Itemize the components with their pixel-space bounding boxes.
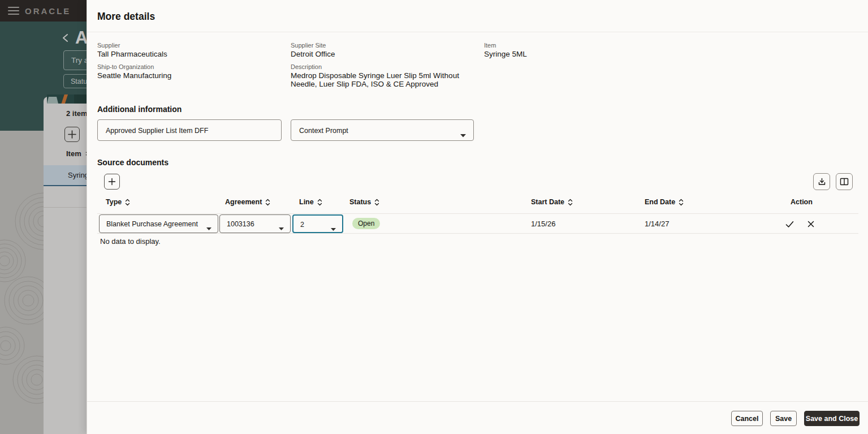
field-value: Tall Pharmaceuticals: [97, 50, 167, 59]
screen: A Try a Status: [0, 0, 868, 434]
dff-input-label: Approved Supplier List Item DFF: [106, 127, 208, 135]
column-header-start-date[interactable]: Start Date: [531, 198, 573, 206]
field-label: Item: [484, 42, 527, 49]
field-label: Description: [291, 63, 473, 70]
field-description: Description Medrop Disposable Syringe Lu…: [291, 63, 473, 88]
chevron-down-icon: [279, 223, 284, 233]
field-value: Seattle Manufacturing: [97, 72, 171, 80]
status-badge: Open: [352, 218, 380, 229]
modal-scrim[interactable]: [0, 0, 87, 434]
footer-divider: [87, 401, 868, 402]
field-value: Syringe 5ML: [484, 50, 527, 59]
empty-table-message: No data to display.: [100, 237, 161, 246]
line-select[interactable]: 2: [292, 214, 343, 233]
field-item: Item Syringe 5ML: [484, 42, 527, 59]
check-icon: [785, 221, 794, 228]
close-icon: [807, 221, 814, 227]
field-value: Medrop Disposable Syringe Luer Slip 5ml …: [291, 72, 473, 88]
field-supplier: Supplier Tall Pharmaceuticals: [97, 42, 167, 59]
agreement-select[interactable]: 1003136: [219, 214, 291, 233]
chevron-down-icon: [460, 130, 466, 140]
additional-information-heading: Additional information: [97, 105, 182, 114]
source-documents-heading: Source documents: [97, 158, 169, 167]
cancel-row-button[interactable]: [806, 219, 816, 229]
add-source-document-button[interactable]: [104, 174, 120, 190]
manage-columns-button[interactable]: [836, 173, 853, 190]
column-header-line[interactable]: Line: [299, 198, 322, 206]
dff-input[interactable]: Approved Supplier List Item DFF: [97, 119, 282, 141]
cancel-button[interactable]: Cancel: [731, 411, 763, 426]
save-and-close-button[interactable]: Save and Close: [804, 411, 860, 426]
drawer-title: More details: [97, 11, 155, 23]
save-button[interactable]: Save: [770, 411, 797, 426]
header-divider: [87, 32, 868, 32]
column-header-end-date[interactable]: End Date: [645, 198, 684, 206]
end-date-value: 1/14/27: [645, 220, 669, 228]
field-label: Supplier Site: [291, 42, 335, 49]
chevron-down-icon: [206, 223, 211, 233]
more-details-drawer: More details Supplier Tall Pharmaceutica…: [87, 0, 868, 434]
column-header-agreement[interactable]: Agreement: [225, 198, 270, 206]
context-prompt-value: Context Prompt: [299, 127, 348, 135]
plus-icon: [107, 177, 116, 186]
context-prompt-select[interactable]: Context Prompt: [291, 119, 474, 141]
field-supplier-site: Supplier Site Detroit Office: [291, 42, 335, 59]
column-header-action: Action: [791, 198, 813, 206]
sort-icon: [125, 199, 130, 206]
background-page: A Try a Status: [0, 0, 87, 434]
field-label: Supplier: [97, 42, 167, 49]
column-header-type[interactable]: Type: [106, 198, 130, 206]
field-value: Detroit Office: [291, 50, 335, 59]
confirm-row-button[interactable]: [784, 219, 794, 229]
field-label: Ship-to Organization: [97, 63, 171, 70]
start-date-value: 1/15/26: [531, 220, 555, 228]
field-ship-to-organization: Ship-to Organization Seattle Manufacturi…: [97, 63, 171, 80]
chevron-down-icon: [331, 224, 336, 234]
column-header-status[interactable]: Status: [349, 198, 379, 206]
sort-icon: [568, 199, 573, 206]
sort-icon: [317, 199, 322, 206]
columns-icon: [840, 178, 849, 186]
sort-icon: [679, 199, 684, 206]
download-icon: [817, 177, 827, 187]
type-select[interactable]: Blanket Purchase Agreement: [99, 214, 218, 233]
sort-icon: [374, 199, 379, 206]
sort-icon: [265, 199, 270, 206]
download-button[interactable]: [813, 173, 830, 190]
